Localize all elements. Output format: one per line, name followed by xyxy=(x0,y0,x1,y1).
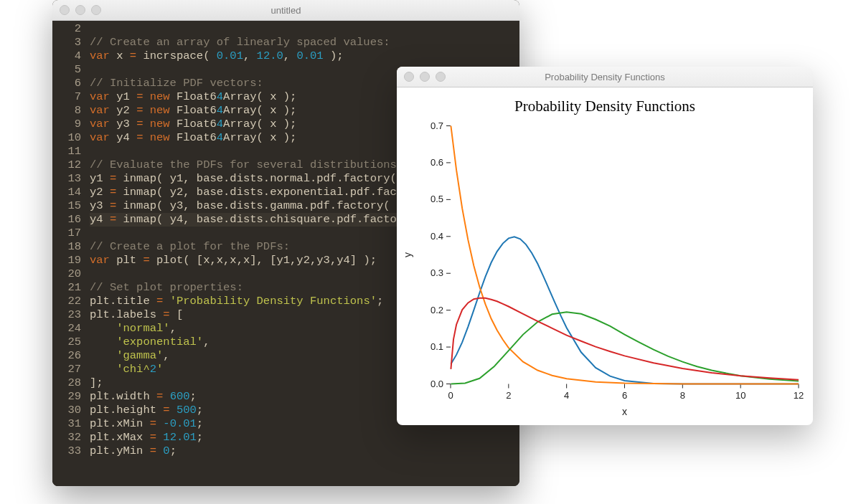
code-line[interactable]: plt.xMin = -0.01; xyxy=(90,417,403,431)
code-line[interactable]: ]; xyxy=(90,376,403,390)
editor-title: untitled xyxy=(52,5,519,16)
code-line[interactable]: 'normal', xyxy=(90,322,403,336)
minimize-icon[interactable] xyxy=(75,5,85,15)
code-line[interactable]: var plt = plot( [x,x,x,x], [y1,y2,y3,y4]… xyxy=(90,254,403,267)
code-line[interactable]: y3 = inmap( y3, base.dists.gamma.pdf.fac… xyxy=(90,199,403,213)
y-axis-label: y xyxy=(402,252,413,257)
editor-titlebar[interactable]: untitled xyxy=(52,0,519,21)
code-line[interactable]: y2 = inmap( y2, base.dists.exponential.p… xyxy=(90,186,403,199)
code-line[interactable]: var y1 = new Float64Array( x ); xyxy=(90,90,403,104)
code-line[interactable]: // Set plot properties: xyxy=(90,281,403,295)
series-gamma xyxy=(451,312,799,384)
svg-text:0.3: 0.3 xyxy=(430,267,443,278)
close-icon[interactable] xyxy=(60,5,70,15)
code-line[interactable]: plt.xMax = 12.01; xyxy=(90,431,403,444)
code-line[interactable]: 'chi^2' xyxy=(90,363,403,376)
editor-gutter: 2345678910111213141516171819202122232425… xyxy=(52,21,87,486)
code-line[interactable]: var x = incrspace( 0.01, 12.0, 0.01 ); xyxy=(90,49,403,63)
svg-text:0: 0 xyxy=(448,390,453,401)
svg-text:6: 6 xyxy=(622,390,627,401)
svg-text:0.7: 0.7 xyxy=(430,120,443,131)
svg-text:0.2: 0.2 xyxy=(430,305,443,315)
maximize-icon[interactable] xyxy=(436,72,446,82)
editor-code[interactable]: // Create an array of linearly spaced va… xyxy=(87,21,403,486)
code-line[interactable]: 'exponential', xyxy=(90,336,403,349)
code-line[interactable] xyxy=(90,145,403,158)
svg-text:0.0: 0.0 xyxy=(430,379,443,389)
close-icon[interactable] xyxy=(404,72,414,82)
svg-text:0.4: 0.4 xyxy=(430,231,443,242)
code-line[interactable] xyxy=(90,22,403,36)
svg-text:12: 12 xyxy=(794,390,804,401)
code-line[interactable]: plt.width = 600; xyxy=(90,390,403,404)
series-exponential xyxy=(451,126,799,384)
code-line[interactable]: // Create an array of linearly spaced va… xyxy=(90,36,403,49)
x-axis-label: x xyxy=(622,406,627,417)
chart-window-title: Probability Density Functions xyxy=(397,72,813,82)
code-line[interactable]: plt.yMin = 0; xyxy=(90,444,403,458)
svg-text:2: 2 xyxy=(506,390,511,401)
code-line[interactable]: var y4 = new Float64Array( x ); xyxy=(90,131,403,145)
code-line[interactable] xyxy=(90,267,403,281)
series-normal xyxy=(451,237,799,384)
svg-text:0.5: 0.5 xyxy=(430,194,443,204)
svg-text:10: 10 xyxy=(735,390,745,401)
code-line[interactable]: // Initialize PDF vectors: xyxy=(90,77,403,90)
code-line[interactable]: plt.title = 'Probability Density Functio… xyxy=(90,295,403,308)
code-line[interactable]: 'gamma', xyxy=(90,349,403,363)
minimize-icon[interactable] xyxy=(420,72,430,82)
svg-text:4: 4 xyxy=(564,390,569,401)
code-line[interactable]: y1 = inmap( y1, base.dists.normal.pdf.fa… xyxy=(90,172,403,186)
chart-titlebar[interactable]: Probability Density Functions xyxy=(397,67,813,87)
code-line[interactable] xyxy=(90,227,403,240)
code-line[interactable]: // Evaluate the PDFs for several distrib… xyxy=(90,158,403,172)
svg-text:0.6: 0.6 xyxy=(430,157,443,168)
svg-text:8: 8 xyxy=(680,390,685,401)
maximize-icon[interactable] xyxy=(91,5,101,15)
code-line[interactable] xyxy=(90,63,403,77)
code-line[interactable]: y4 = inmap( y4, base.dists.chisquare.pdf… xyxy=(90,213,403,227)
chart-title: Probability Density Functions xyxy=(397,98,813,115)
code-line[interactable]: var y3 = new Float64Array( x ); xyxy=(90,118,403,131)
chart-window: Probability Density Functions Probabilit… xyxy=(397,67,813,425)
code-line[interactable]: var y2 = new Float64Array( x ); xyxy=(90,104,403,118)
svg-text:0.1: 0.1 xyxy=(430,341,443,352)
code-line[interactable]: // Create a plot for the PDFs: xyxy=(90,240,403,254)
chart-plot: 0.00.10.20.30.40.50.60.7024681012xy xyxy=(397,120,813,425)
code-line[interactable]: plt.labels = [ xyxy=(90,308,403,322)
code-line[interactable]: plt.height = 500; xyxy=(90,404,403,417)
